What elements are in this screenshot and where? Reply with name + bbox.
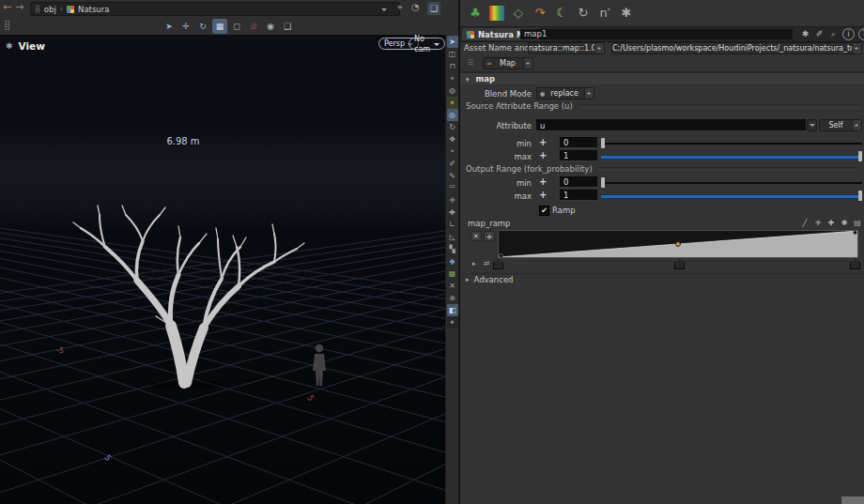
snap-icon[interactable]: ⌖: [447, 97, 458, 109]
tumble-icon[interactable]: ✕: [447, 280, 458, 292]
toolbar-grip-icon[interactable]: ⣿: [4, 20, 10, 30]
render-region-icon[interactable]: ▦: [447, 267, 458, 280]
attribute-scope-dropdown[interactable]: Self: [819, 119, 862, 131]
help-icon[interactable]: ?: [858, 28, 864, 40]
cube-icon[interactable]: ◇: [511, 6, 526, 21]
slider-handle[interactable]: [858, 191, 862, 201]
slider-handle[interactable]: [858, 151, 862, 161]
material-icon[interactable]: ◆: [447, 255, 458, 267]
camera-dropdown[interactable]: No cam: [409, 38, 445, 50]
ramp-move-icon[interactable]: ✛: [813, 219, 823, 228]
attribute-input[interactable]: u: [536, 119, 806, 131]
out-min-add-button[interactable]: +: [539, 176, 547, 188]
grab-icon[interactable]: ✚: [447, 206, 458, 219]
gear-icon[interactable]: ✱: [619, 6, 634, 21]
info-icon[interactable]: i: [842, 28, 855, 40]
viewport-menu-icon[interactable]: ✱: [6, 41, 13, 51]
secure-selection-icon[interactable]: ⊘: [246, 19, 261, 34]
src-max-input[interactable]: 1: [560, 150, 597, 161]
ramp-add-point-icon[interactable]: ✚: [826, 219, 836, 228]
spinner-icon[interactable]: [523, 58, 532, 69]
ramp-add-point-button[interactable]: +: [484, 231, 495, 241]
ramp-delete-point-button[interactable]: ✕: [471, 231, 482, 241]
src-max-slider[interactable]: [601, 150, 862, 162]
rotate-view-icon[interactable]: ↻: [447, 121, 458, 133]
ramp-editor[interactable]: [498, 230, 858, 258]
attribute-menu-button[interactable]: [807, 119, 817, 131]
pin-icon[interactable]: ⌖: [447, 72, 458, 84]
gradient-icon[interactable]: [489, 6, 504, 21]
spinner-icon[interactable]: [852, 120, 861, 130]
out-max-input[interactable]: 1: [560, 190, 597, 201]
resize-corner[interactable]: [841, 496, 864, 504]
select-tool-icon[interactable]: ➤: [162, 19, 177, 34]
scene-view-icon[interactable]: ❑: [427, 2, 440, 15]
src-min-input[interactable]: 0: [560, 137, 597, 148]
slider-handle[interactable]: [601, 177, 605, 188]
asset-path-dropdown[interactable]: C:/Users/plasmo/workspace/HoudiniProject…: [611, 42, 862, 54]
reload-icon[interactable]: ↻: [576, 6, 591, 21]
out-max-add-button[interactable]: +: [539, 190, 547, 201]
node-name-field[interactable]: map1: [520, 29, 793, 39]
snapshot-tool-icon[interactable]: ❑: [280, 19, 295, 34]
brush-icon[interactable]: ✐: [814, 29, 825, 39]
back-button[interactable]: ←: [3, 1, 11, 13]
measure-icon[interactable]: ¹²: [447, 182, 458, 194]
pose-tool-icon[interactable]: ◉: [263, 19, 278, 34]
spinner-icon[interactable]: [852, 43, 861, 53]
spinner-icon[interactable]: [584, 88, 594, 99]
breadcrumb-root[interactable]: obj: [44, 5, 56, 14]
translate-tool-icon[interactable]: ✛: [178, 19, 193, 34]
lock-icon[interactable]: ⊓: [447, 60, 458, 72]
ramp-display-icon[interactable]: ▤: [853, 219, 862, 228]
view-select-icon[interactable]: ➤: [447, 36, 458, 48]
globe-icon[interactable]: ◍: [447, 84, 458, 97]
natsura-tree-icon[interactable]: ♣: [468, 6, 483, 21]
gear-icon[interactable]: ✱: [800, 29, 810, 39]
ramp-checkbox[interactable]: ✔: [539, 206, 549, 216]
box-select-tool-icon[interactable]: ◻: [229, 19, 244, 34]
src-min-slider[interactable]: [601, 137, 862, 149]
ramp-play-icon[interactable]: ▸: [472, 260, 476, 267]
n-prime-icon[interactable]: n′: [597, 6, 612, 21]
src-max-add-button[interactable]: +: [539, 150, 547, 161]
tree-model[interactable]: [0, 35, 445, 504]
out-max-slider[interactable]: [601, 190, 862, 202]
ramp-interp-icon[interactable]: ╱: [800, 219, 810, 228]
view-layout-icon[interactable]: ◫: [447, 48, 458, 60]
moon-icon[interactable]: ☾: [554, 6, 569, 21]
handles-tool-icon[interactable]: ▦: [212, 19, 227, 34]
spinner-icon[interactable]: [594, 43, 604, 53]
rotate-tool-icon[interactable]: ↻: [195, 19, 210, 34]
brush-icon[interactable]: ✐: [447, 158, 458, 170]
blend-mode-dropdown[interactable]: ● replace: [536, 87, 594, 99]
out-min-input[interactable]: 0: [560, 176, 597, 188]
section-advanced-header[interactable]: ▸ Advanced: [460, 273, 864, 284]
breadcrumb[interactable]: ⣿ obj › Natsura: [30, 2, 400, 16]
dot-icon[interactable]: •: [447, 145, 458, 158]
shade-icon[interactable]: ❖: [447, 133, 458, 145]
out-min-slider[interactable]: [601, 176, 862, 189]
pin-icon[interactable]: ⌖: [397, 2, 403, 13]
forward-button[interactable]: →: [15, 1, 23, 13]
slider-handle[interactable]: [601, 138, 605, 148]
pencil-icon[interactable]: ✎: [447, 170, 458, 182]
drag-handle-icon[interactable]: ⠿: [468, 58, 474, 68]
src-min-add-button[interactable]: +: [539, 137, 547, 148]
breadcrumb-dropdown-icon[interactable]: [381, 8, 387, 14]
pivot-icon[interactable]: ◎: [447, 109, 458, 121]
hook-icon[interactable]: ↷: [532, 6, 548, 21]
asset-name-dropdown[interactable]: natsura::map::1.0: [528, 42, 605, 54]
scene-viewport[interactable]: ✱ View Persp No cam 6.98 m -5 5 5: [0, 35, 445, 504]
ramp-key-handle[interactable]: [493, 259, 503, 269]
recent-icon[interactable]: ◔: [411, 2, 420, 12]
light-icon[interactable]: ⌖: [447, 316, 458, 328]
ramp-key-handle[interactable]: [850, 259, 860, 269]
checker-icon[interactable]: ▚: [447, 243, 458, 255]
hand-icon[interactable]: ✛: [447, 194, 458, 206]
ramp-gear-icon[interactable]: ✱: [840, 219, 849, 228]
breadcrumb-node[interactable]: Natsura: [78, 5, 109, 14]
corner-ruler-icon[interactable]: ∟: [447, 219, 458, 231]
set-square-icon[interactable]: ◺: [447, 231, 458, 243]
section-map-header[interactable]: ▾ map: [460, 74, 864, 84]
